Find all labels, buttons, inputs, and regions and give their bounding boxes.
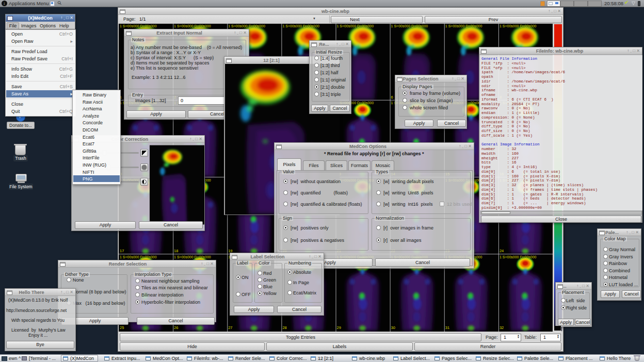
svg-text:1 S=00s000 D=00s000: 1 S=00s000 D=00s000 (445, 24, 482, 28)
svg-text:24: 24 (500, 249, 504, 253)
svg-text:29: 29 (337, 325, 341, 330)
svg-text:1 S=00s000 D=00s000: 1 S=00s000 D=00s000 (174, 24, 211, 28)
svg-text:32: 32 (500, 325, 504, 330)
svg-text:1 S=00s000 D=00s000: 1 S=00s000 D=00s000 (120, 255, 157, 259)
svg-text:31: 31 (445, 325, 449, 330)
svg-text:1 S=00s000 D=00s000: 1 S=00s000 D=00s000 (337, 24, 374, 28)
svg-text:1 S=00s000 D=00s000: 1 S=00s000 D=00s000 (391, 24, 428, 28)
svg-text:30: 30 (391, 325, 395, 330)
svg-text:25: 25 (120, 325, 124, 330)
svg-text:1 S=00s000 D=00s000: 1 S=00s000 D=00s000 (174, 255, 211, 259)
svg-text:1 S=00s000 D=00s000: 1 S=00s000 D=00s000 (228, 24, 265, 28)
svg-text:1 S=00s000 D=00s000: 1 S=00s000 D=00s000 (500, 255, 537, 259)
svg-text:17: 17 (120, 249, 124, 253)
svg-text:27: 27 (228, 325, 232, 330)
svg-text:1 S=00s000 D=00s000: 1 S=00s000 D=00s000 (120, 24, 157, 28)
svg-text:1 S=00s000 D=00s000: 1 S=00s000 D=00s000 (500, 24, 537, 28)
svg-text:1 S=00s000 D=00s000: 1 S=00s000 D=00s000 (282, 24, 319, 28)
svg-text:6: 6 (391, 95, 393, 100)
svg-text:18: 18 (174, 249, 178, 253)
svg-text:28: 28 (282, 325, 286, 330)
svg-text:26: 26 (174, 325, 178, 330)
